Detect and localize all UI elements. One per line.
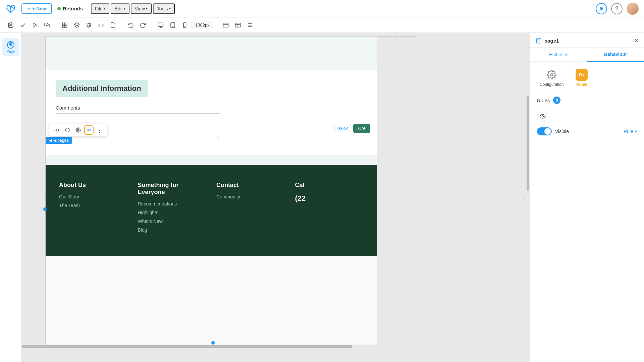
components-button[interactable] [59, 20, 70, 31]
rx-create-overlay: Rx Cre [334, 124, 370, 133]
footer-section: About Us Our Story The Team Something fo… [46, 165, 377, 256]
file-menu[interactable]: File▾ [91, 3, 109, 14]
rules-text-label: Rules [537, 98, 550, 103]
canvas-resize-left[interactable] [43, 207, 47, 211]
svg-rect-24 [223, 23, 228, 27]
mobile-view-button[interactable] [179, 20, 190, 31]
panel-tabs: Esthetics Behaviour [530, 48, 644, 62]
code-button[interactable] [96, 20, 106, 31]
check-button[interactable] [17, 20, 28, 31]
footer-about-title: About Us [59, 182, 128, 189]
configuration-icon [546, 69, 558, 81]
rules-icon: Rx [576, 69, 588, 81]
rules-label: Rules [576, 82, 587, 87]
svg-point-0 [10, 6, 12, 8]
separator-2 [122, 21, 122, 29]
svg-rect-7 [65, 23, 67, 25]
footer-contact-title: Contact [216, 182, 285, 189]
svg-point-37 [77, 129, 79, 131]
footer-link-blog[interactable]: Blog [138, 227, 207, 233]
h-scrollbar-thumb[interactable] [22, 345, 352, 348]
panel-sub-tabs: Configuration Rx Rules [530, 62, 644, 91]
sub-tab-configuration[interactable]: Configuration [537, 67, 566, 88]
svg-point-38 [345, 128, 347, 129]
canvas-right-arrow: › [524, 194, 525, 200]
visible-toggle[interactable] [537, 127, 552, 135]
edit-menu[interactable]: Edit▾ [111, 3, 129, 14]
eye-badge-icon [343, 126, 348, 131]
v-scrollbar-track[interactable] [526, 33, 530, 349]
v-scrollbar-thumb[interactable] [527, 96, 529, 191]
layout1-button[interactable] [220, 20, 231, 31]
svg-rect-9 [65, 25, 67, 27]
canvas-area[interactable]: Additional Information Comments ⤡ [22, 33, 530, 362]
status-dot [57, 7, 61, 10]
tab-esthetics[interactable]: Esthetics [530, 48, 587, 61]
svg-rect-8 [62, 25, 64, 27]
svg-marker-10 [74, 22, 79, 26]
canvas-top-bg [46, 37, 377, 70]
play-button[interactable] [30, 20, 40, 31]
eye-button[interactable] [537, 111, 548, 122]
help-button[interactable]: ? [611, 3, 623, 14]
undo-button[interactable] [125, 20, 136, 31]
footer-col-contact: Contact Community [216, 182, 285, 236]
footer-col-call: Cal (22 [295, 182, 364, 236]
new-button-label: + New [32, 6, 46, 11]
page-label[interactable]: ◀ ◀ page1 [46, 137, 72, 144]
more-options-button[interactable]: ⋮ [95, 125, 104, 135]
upload-button[interactable] [42, 20, 52, 31]
canvas-resize-bottom[interactable] [211, 341, 215, 345]
sub-tab-rules[interactable]: Rx Rules [573, 67, 590, 88]
rx-badge: Rx [334, 125, 351, 132]
sidebar-item-page[interactable]: Page [2, 38, 19, 56]
rx-tool-button[interactable]: Rx [84, 125, 94, 135]
toolbar: 1382px [0, 17, 644, 33]
create-button[interactable]: Cre [353, 124, 370, 133]
panel-page-icon [536, 38, 542, 44]
visible-row: Visible Rule + [537, 127, 637, 135]
svg-point-44 [542, 116, 544, 117]
properties-button[interactable] [84, 20, 94, 31]
move-tool-button[interactable] [52, 125, 61, 135]
layers-button[interactable] [71, 20, 82, 31]
tablet-view-button[interactable] [167, 20, 178, 31]
footer-link-the-team[interactable]: The Team [59, 203, 128, 208]
tab-behaviour[interactable]: Behaviour [587, 48, 644, 62]
resize-handle-icon: ⤡ [216, 135, 219, 139]
h-scrollbar-track[interactable] [22, 345, 530, 349]
circle-tool-button[interactable] [63, 125, 72, 135]
svg-rect-3 [9, 25, 12, 27]
left-sidebar: Page [0, 33, 22, 362]
panel-close-button[interactable]: ✕ [634, 38, 639, 44]
rules-count-badge: 0 [553, 97, 560, 104]
comments-label: Comments [56, 105, 367, 111]
svg-marker-4 [33, 23, 37, 27]
toggle-knob [544, 128, 551, 135]
footer-link-whats-new[interactable]: What's New [138, 219, 207, 224]
view-menu[interactable]: View▾ [131, 3, 152, 14]
redo-button[interactable] [138, 20, 148, 31]
footer-link-recommendations[interactable]: Recommendations [138, 201, 207, 206]
save-button[interactable] [5, 20, 16, 31]
right-panel: page1 ✕ Esthetics Behaviour Co [530, 33, 644, 362]
footer-link-our-story[interactable]: Our Story [59, 194, 128, 199]
width-display: 1382px [192, 21, 213, 29]
layout2-button[interactable] [232, 20, 243, 31]
footer-link-community[interactable]: Community [216, 194, 285, 199]
main-layout: Page Additional Information Comments ⤡ [0, 33, 644, 362]
nav-menus: File▾ Edit▾ View▾ Tools▾ [91, 3, 174, 14]
rule-plus-button[interactable]: Rule + [624, 129, 637, 134]
form-section: Additional Information Comments ⤡ [46, 70, 377, 155]
svg-point-35 [10, 43, 11, 45]
desktop-view-button[interactable] [155, 20, 166, 31]
layout3-button[interactable] [245, 20, 255, 31]
new-button[interactable]: + + New [21, 3, 52, 14]
tools-menu[interactable]: Tools▾ [153, 3, 175, 14]
settings-tool-button[interactable] [73, 125, 83, 135]
avatar[interactable] [627, 3, 639, 15]
canvas-left-arrow: ‹ [44, 194, 46, 200]
footer-link-highlights[interactable]: Highlights [138, 210, 207, 215]
html-button[interactable] [108, 20, 118, 31]
ia-button[interactable]: ⚙ [596, 3, 607, 14]
